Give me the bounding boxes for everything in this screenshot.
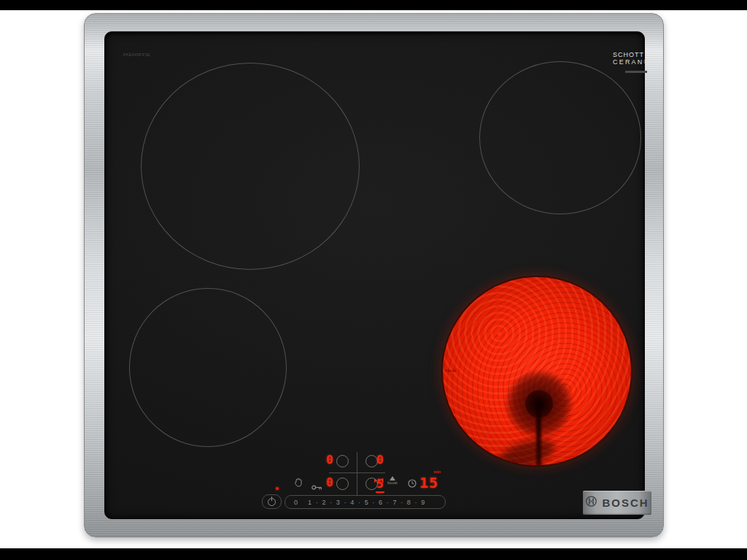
display-front-left: 0 bbox=[326, 476, 333, 489]
boost-glass-marking: boost bbox=[445, 368, 457, 373]
power-level-slider[interactable]: 0 1 · 2 · 3 · 4 · 5 · 6 · 7 · 8 · 9 bbox=[285, 495, 446, 509]
ceran-line: CERAN® bbox=[613, 58, 646, 66]
zone-select-rear-left[interactable] bbox=[336, 455, 349, 467]
key-icon[interactable] bbox=[311, 481, 322, 494]
red-dot bbox=[276, 487, 279, 490]
zone-select-rear-right[interactable] bbox=[365, 455, 378, 467]
zone-cross-divider-vertical bbox=[357, 452, 357, 496]
fine-print-line bbox=[625, 71, 647, 73]
model-number-label: PKE645FP1E bbox=[123, 52, 150, 57]
bosch-badge: BOSCH bbox=[583, 491, 651, 515]
burner-rear-right bbox=[479, 61, 641, 214]
cooktop-frame: PKE645FP1E SCHOTT CERAN® boost bbox=[84, 13, 664, 537]
slider-zero-label: 0 bbox=[294, 499, 298, 506]
bosch-logo-icon bbox=[585, 495, 597, 510]
letterbox-bottom bbox=[0, 548, 747, 560]
element-shadow-smudge bbox=[495, 433, 559, 467]
timer-unit-label: min bbox=[434, 470, 441, 475]
burner-front-right-active: boost bbox=[441, 276, 632, 467]
timer-display: 15 bbox=[419, 474, 438, 491]
selected-zone-underline bbox=[376, 491, 384, 493]
burner-front-left bbox=[129, 288, 287, 447]
power-icon bbox=[268, 498, 276, 506]
bosch-wordmark: BOSCH bbox=[602, 497, 649, 509]
clock-icon[interactable] bbox=[408, 478, 417, 491]
boost-key-label: boost bbox=[387, 481, 398, 485]
schott-ceran-logo: SCHOTT CERAN® bbox=[613, 52, 646, 66]
boost-key[interactable]: boost bbox=[386, 476, 399, 486]
schott-line: SCHOTT bbox=[613, 52, 646, 58]
hand-icon[interactable] bbox=[294, 477, 303, 490]
display-rear-left: 0 bbox=[326, 454, 333, 466]
power-button[interactable] bbox=[262, 494, 282, 509]
zone-select-front-right[interactable] bbox=[365, 478, 378, 490]
burner-rear-left bbox=[141, 63, 360, 270]
slider-level-labels: 1 · 2 · 3 · 4 · 5 · 6 · 7 · 8 · 9 bbox=[308, 499, 426, 506]
zone-select-front-left[interactable] bbox=[336, 478, 349, 490]
letterbox-top bbox=[0, 0, 747, 10]
ceramic-glass-surface: PKE645FP1E SCHOTT CERAN® boost bbox=[104, 31, 645, 519]
